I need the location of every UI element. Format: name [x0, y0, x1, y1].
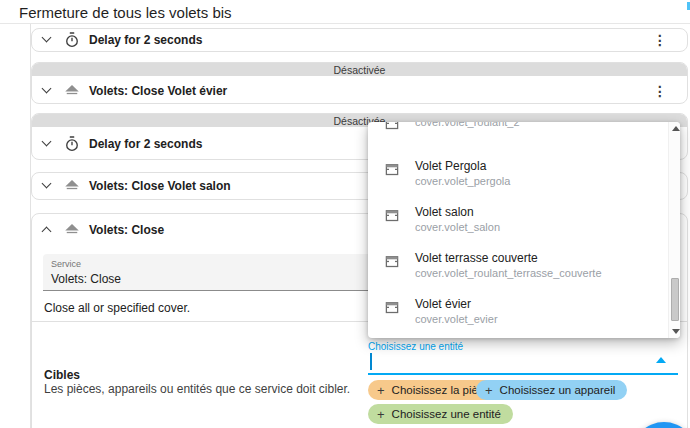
awning-icon: [63, 82, 81, 100]
action-label: Delay for 2 seconds: [89, 33, 202, 47]
text-caret: [370, 353, 372, 370]
entity-id: cover.volet_salon: [415, 221, 500, 234]
entity-picker-input[interactable]: Choisissez une entité: [368, 341, 678, 374]
action-label: Volets: Close Volet évier: [89, 84, 227, 98]
scroll-down-arrow-icon[interactable]: [672, 329, 680, 334]
targets-description: Les pièces, appareils ou entités que ce …: [44, 382, 350, 396]
kebab-menu-icon[interactable]: ⋮: [653, 84, 667, 98]
add-entity-chip[interactable]: + Choisissez une entité: [368, 404, 513, 424]
action-label: Volets: Close: [89, 223, 164, 237]
entity-option[interactable]: Volet salon cover.volet_salon: [368, 194, 680, 240]
entity-name: Volet terrasse couverte: [415, 252, 602, 265]
window-shutter-icon: [383, 122, 401, 133]
action-card-volet-evier: Désactivée Volets: Close Volet évier ⋮: [31, 62, 688, 104]
plus-icon: +: [377, 383, 385, 398]
entity-option[interactable]: Volet terrasse couverte cover.volet_roul…: [368, 240, 680, 286]
plus-icon: +: [485, 383, 493, 398]
action-label: Volets: Close Volet salon: [89, 179, 231, 193]
action-card-delay-1: Delay for 2 seconds ⋮: [31, 28, 688, 52]
awning-icon: [63, 221, 81, 239]
window-shutter-icon: [383, 161, 401, 179]
page-title: Fermeture de tous les volets bis: [19, 4, 232, 21]
entity-id: cover.volet_roulant_2: [415, 122, 520, 129]
action-row-delay-1[interactable]: Delay for 2 seconds ⋮: [32, 29, 687, 51]
chevron-down-icon[interactable]: [40, 179, 54, 193]
entity-name: Volet salon: [415, 206, 500, 219]
dropdown-scrollbar[interactable]: [668, 122, 680, 338]
add-device-chip[interactable]: + Choisissez un appareil: [476, 380, 627, 400]
entity-dropdown-list: cover.volet_roulant_2 Volet Pergola cove…: [368, 122, 680, 332]
scrollbar-thumb[interactable]: [671, 278, 679, 321]
timer-icon: [63, 31, 81, 49]
targets-title: Cibles: [44, 368, 80, 382]
chevron-up-icon[interactable]: [40, 223, 54, 237]
header-divider: [0, 23, 690, 24]
service-description: Close all or specified cover.: [44, 301, 190, 315]
chip-label: Choisissez une entité: [392, 408, 501, 420]
entity-id: cover.volet_roulant_terrasse_couverte: [415, 267, 602, 280]
awning-icon: [63, 177, 81, 195]
window-shutter-icon: [383, 253, 401, 271]
entity-name: Volet Pergola: [415, 160, 510, 173]
entity-picker-label: Choisissez une entité: [368, 341, 678, 352]
input-underline: [368, 373, 678, 375]
timer-icon: [63, 135, 81, 153]
entity-name: Volet évier: [415, 298, 498, 311]
entity-option[interactable]: cover.volet_roulant_2: [368, 122, 680, 148]
chevron-down-icon[interactable]: [40, 33, 54, 47]
chip-label: Choisissez un appareil: [500, 384, 616, 396]
plus-icon: +: [377, 407, 385, 422]
entity-option[interactable]: Volet Pergola cover.volet_pergola: [368, 148, 680, 194]
kebab-menu-icon[interactable]: ⋮: [653, 33, 667, 47]
window-shutter-icon: [383, 207, 401, 225]
chevron-down-icon[interactable]: [40, 137, 54, 151]
disabled-badge: Désactivée: [32, 63, 687, 76]
action-row-volet-evier[interactable]: Volets: Close Volet évier ⋮: [32, 76, 687, 105]
entity-id: cover.volet_evier: [415, 313, 498, 326]
window-shutter-icon: [383, 299, 401, 317]
dropdown-collapse-arrow-icon[interactable]: [656, 357, 666, 363]
entity-dropdown-menu: cover.volet_roulant_2 Volet Pergola cove…: [368, 122, 680, 338]
entity-option[interactable]: Volet évier cover.volet_evier: [368, 286, 680, 332]
action-label: Delay for 2 seconds: [89, 137, 202, 151]
scroll-up-arrow-icon[interactable]: [672, 126, 680, 131]
chevron-down-icon[interactable]: [40, 84, 54, 98]
entity-id: cover.volet_pergola: [415, 175, 510, 188]
